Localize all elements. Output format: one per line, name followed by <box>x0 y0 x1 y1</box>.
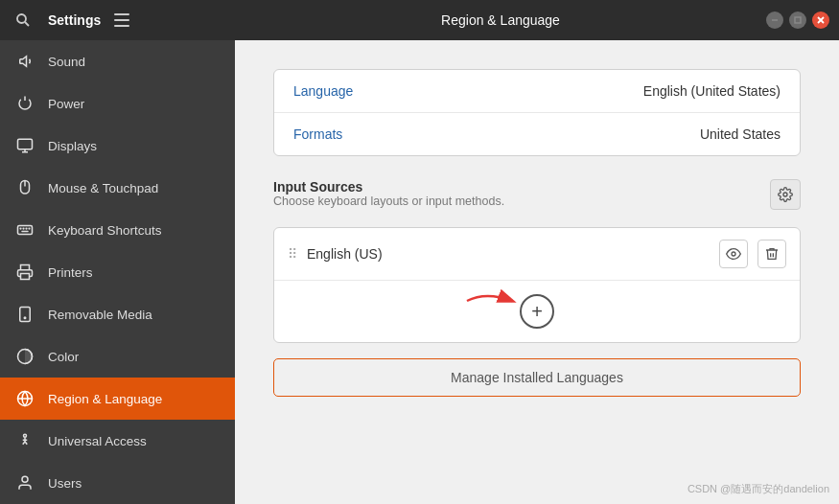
svg-rect-9 <box>18 139 33 149</box>
removable-icon <box>15 305 35 324</box>
sidebar-item-displays[interactable]: Displays <box>0 125 235 167</box>
section-title-group: Input Sources Choose keyboard layouts or… <box>273 179 770 219</box>
delete-button[interactable] <box>757 240 786 268</box>
arrow-indicator <box>462 286 529 315</box>
sidebar-item-power[interactable]: Power <box>0 82 235 125</box>
svg-rect-2 <box>114 13 129 15</box>
titlebar-left: Settings <box>0 7 235 34</box>
main-layout: Sound Power Displays <box>0 40 839 504</box>
arrow-container: + <box>520 294 554 329</box>
svg-point-22 <box>24 317 26 319</box>
sidebar-label-users: Users <box>48 476 82 491</box>
sidebar-item-users[interactable]: Users <box>0 462 235 504</box>
section-header: Input Sources Choose keyboard layouts or… <box>273 179 801 219</box>
sidebar-item-keyboard[interactable]: Keyboard Shortcuts <box>0 209 235 251</box>
input-source-name: English (US) <box>307 246 710 262</box>
sidebar-label-mouse: Mouse & Touchpad <box>48 181 158 195</box>
window-title: Region & Language <box>235 12 766 28</box>
titlebar: Settings Region & Language <box>0 0 839 40</box>
sidebar-label-keyboard: Keyboard Shortcuts <box>48 223 162 238</box>
sidebar-label-power: Power <box>48 97 84 111</box>
sidebar-item-region[interactable]: Region & Language <box>0 378 235 420</box>
region-icon <box>15 389 35 408</box>
mouse-icon <box>15 178 35 197</box>
app-title: Settings <box>48 12 101 28</box>
formats-row: Formats United States <box>274 113 800 155</box>
sidebar-label-region: Region & Language <box>48 392 162 406</box>
add-icon: + <box>531 302 543 321</box>
manage-languages-button[interactable]: Manage Installed Languages <box>273 358 801 397</box>
sidebar-label-removable: Removable Media <box>48 308 152 322</box>
svg-point-26 <box>24 434 27 437</box>
language-value: English (United States) <box>643 83 781 99</box>
keyboard-icon <box>15 220 35 240</box>
formats-value: United States <box>700 126 781 142</box>
svg-rect-3 <box>114 19 129 21</box>
svg-point-29 <box>783 193 787 196</box>
hamburger-button[interactable] <box>108 7 135 34</box>
language-label[interactable]: Language <box>293 83 447 99</box>
users-icon <box>15 473 35 493</box>
svg-rect-20 <box>21 274 30 280</box>
watermark: CSDN @随遇而安的dandelion <box>688 482 829 496</box>
close-button[interactable] <box>812 11 829 29</box>
language-formats-card: Language English (United States) Formats… <box>273 69 801 156</box>
search-button[interactable] <box>10 7 36 34</box>
sidebar-item-printers[interactable]: Printers <box>0 251 235 293</box>
printers-icon <box>15 263 35 282</box>
sidebar-label-displays: Displays <box>48 139 97 153</box>
svg-rect-4 <box>114 25 129 27</box>
input-source-row-english: ⠿ English (US) <box>274 228 800 281</box>
sidebar-item-sound[interactable]: Sound <box>0 40 235 82</box>
sidebar-item-color[interactable]: Color <box>0 335 235 378</box>
input-source-list: ⠿ English (US) <box>273 227 801 343</box>
input-sources-section: Input Sources Choose keyboard layouts or… <box>273 179 801 397</box>
gear-button[interactable] <box>770 179 801 210</box>
universal-icon <box>15 431 35 450</box>
preview-button[interactable] <box>719 240 748 268</box>
sidebar: Sound Power Displays <box>0 40 235 504</box>
formats-label[interactable]: Formats <box>293 126 447 142</box>
svg-point-28 <box>22 476 28 482</box>
content-area: Language English (United States) Formats… <box>235 40 839 504</box>
svg-point-0 <box>17 14 26 23</box>
power-icon <box>15 94 35 113</box>
sidebar-item-removable[interactable]: Removable Media <box>0 293 235 335</box>
sound-icon <box>15 52 35 71</box>
sidebar-label-color: Color <box>48 350 79 364</box>
displays-icon <box>15 136 35 155</box>
sidebar-item-mouse[interactable]: Mouse & Touchpad <box>0 167 235 209</box>
sidebar-label-sound: Sound <box>48 55 85 69</box>
color-icon <box>15 347 35 366</box>
input-sources-title: Input Sources <box>273 179 770 195</box>
language-row: Language English (United States) <box>274 70 800 113</box>
svg-rect-6 <box>795 17 801 23</box>
svg-line-1 <box>25 22 29 26</box>
maximize-button[interactable] <box>789 11 806 29</box>
sidebar-item-universal[interactable]: Universal Access <box>0 420 235 462</box>
input-sources-subtitle: Choose keyboard layouts or input methods… <box>273 195 770 208</box>
add-row: + <box>274 281 800 342</box>
drag-handle-icon: ⠿ <box>288 246 297 262</box>
svg-point-30 <box>732 252 735 256</box>
sidebar-label-universal: Universal Access <box>48 434 147 448</box>
svg-rect-14 <box>18 226 33 235</box>
sidebar-label-printers: Printers <box>48 265 93 280</box>
minimize-button[interactable] <box>766 11 783 29</box>
window-controls <box>766 11 839 29</box>
